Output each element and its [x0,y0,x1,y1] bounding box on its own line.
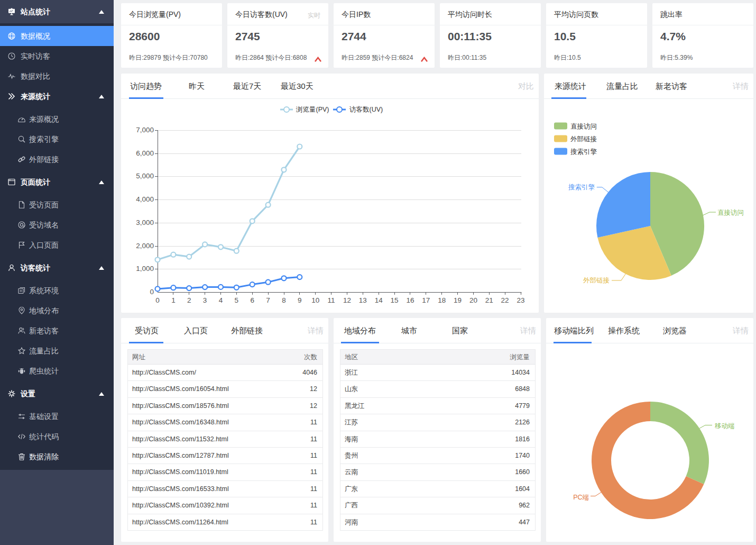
svg-text:9: 9 [298,296,302,304]
svg-text:4,000: 4,000 [136,195,154,203]
svg-text:移动端: 移动端 [715,422,735,430]
svg-text:直接访问: 直接访问 [570,123,597,130]
svg-text:20: 20 [469,296,477,304]
svg-text:3,000: 3,000 [136,219,154,226]
svg-text:7: 7 [266,296,270,304]
svg-text:6: 6 [250,296,254,304]
svg-text:外部链接: 外部链接 [570,135,597,143]
svg-text:23: 23 [517,296,524,304]
svg-text:4: 4 [219,296,223,304]
svg-text:18: 18 [438,296,446,304]
svg-text:11: 11 [328,296,335,304]
svg-text:19: 19 [454,296,462,304]
svg-text:0: 0 [155,296,160,304]
svg-text:15: 15 [390,296,398,304]
svg-text:14: 14 [375,296,383,304]
svg-text:5: 5 [235,296,239,304]
svg-text:5,000: 5,000 [136,172,154,180]
svg-text:1: 1 [171,296,176,304]
svg-text:浏览量(PV): 浏览量(PV) [296,106,329,113]
svg-text:8: 8 [282,296,286,304]
svg-text:6,000: 6,000 [136,149,154,157]
svg-text:搜索引擎: 搜索引擎 [568,184,595,191]
svg-text:7,000: 7,000 [136,126,154,134]
svg-text:3: 3 [203,296,207,304]
svg-text:搜索引擎: 搜索引擎 [570,148,597,156]
svg-text:2: 2 [187,296,191,304]
svg-text:16: 16 [406,296,414,304]
svg-text:2,000: 2,000 [136,242,154,250]
svg-text:1,000: 1,000 [136,265,154,272]
svg-text:0: 0 [150,288,154,296]
svg-text:访客数(UV): 访客数(UV) [349,106,383,113]
svg-text:21: 21 [485,296,493,304]
svg-text:22: 22 [501,296,509,304]
svg-text:12: 12 [343,296,351,304]
svg-text:17: 17 [422,296,430,304]
svg-text:直接访问: 直接访问 [717,209,744,216]
svg-text:10: 10 [311,296,319,304]
svg-text:PC端: PC端 [573,494,589,501]
svg-text:外部链接: 外部链接 [583,277,610,284]
svg-text:13: 13 [359,296,367,304]
